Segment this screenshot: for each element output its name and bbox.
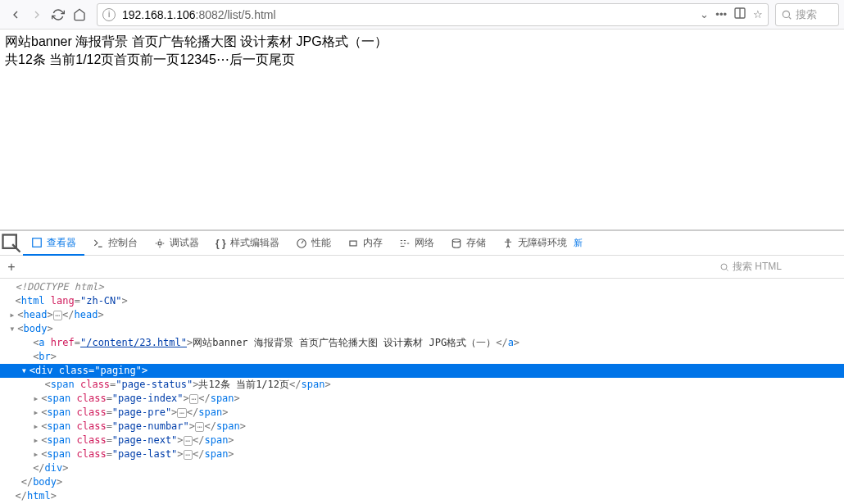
tab-style-editor[interactable]: { }样式编辑器 — [207, 231, 288, 256]
add-node-button[interactable]: + — [3, 260, 20, 275]
bookmark-icon[interactable]: ☆ — [753, 8, 763, 20]
svg-rect-3 — [158, 242, 161, 245]
svg-point-7 — [507, 238, 509, 240]
reload-button[interactable] — [48, 4, 69, 25]
svg-point-6 — [452, 238, 460, 242]
home-button[interactable] — [69, 4, 90, 25]
dropdown-icon[interactable]: ⌄ — [700, 8, 709, 20]
info-icon[interactable]: i — [102, 8, 116, 21]
browser-search[interactable]: 搜索 — [775, 3, 839, 26]
devtools-panel: 查看器 控制台 调试器 { }样式编辑器 性能 内存 网络 存储 无障碍环境新 … — [0, 229, 844, 504]
url-bar[interactable]: i 192.168.1.106:8082/list/5.html ⌄ ••• ☆ — [97, 3, 769, 26]
content-link[interactable]: 网站banner 海报背景 首页广告轮播大图 设计素材 JPG格式（一） — [5, 34, 388, 48]
tab-storage[interactable]: 存储 — [442, 231, 494, 256]
devtools-sub-toolbar: + 搜索 HTML — [0, 256, 844, 279]
selected-node[interactable]: <div class="paging"> — [0, 364, 844, 378]
html-tree[interactable]: <!DOCTYPE html> <html lang="zh-CN"> <hea… — [0, 279, 844, 504]
tab-console[interactable]: 控制台 — [84, 231, 146, 256]
reader-icon[interactable] — [733, 7, 746, 22]
svg-rect-2 — [33, 238, 42, 247]
svg-point-0 — [783, 11, 789, 17]
svg-rect-5 — [350, 241, 356, 246]
forward-button[interactable] — [26, 4, 48, 25]
more-icon[interactable]: ••• — [715, 8, 727, 20]
svg-point-8 — [721, 264, 727, 270]
devtools-tabs: 查看器 控制台 调试器 { }样式编辑器 性能 内存 网络 存储 无障碍环境新 — [0, 231, 844, 256]
page-content: 网站banner 海报背景 首页广告轮播大图 设计素材 JPG格式（一） 共12… — [0, 30, 844, 229]
tab-accessibility[interactable]: 无障碍环境新 — [494, 231, 591, 256]
browser-toolbar: i 192.168.1.106:8082/list/5.html ⌄ ••• ☆… — [0, 0, 844, 30]
tab-debugger[interactable]: 调试器 — [146, 231, 207, 256]
search-placeholder: 搜索 — [796, 7, 817, 22]
html-search[interactable]: 搜索 HTML — [719, 260, 841, 274]
tab-performance[interactable]: 性能 — [288, 231, 339, 256]
tab-memory[interactable]: 内存 — [339, 231, 391, 256]
tab-network[interactable]: 网络 — [391, 231, 442, 256]
url-text: 192.168.1.106:8082/list/5.html — [122, 8, 700, 21]
back-button[interactable] — [5, 4, 26, 25]
element-picker-icon[interactable] — [0, 231, 23, 256]
tab-inspector[interactable]: 查看器 — [23, 231, 84, 256]
paging-line: 共12条 当前1/12页首页前一页12345⋯后一页尾页 — [5, 51, 839, 69]
